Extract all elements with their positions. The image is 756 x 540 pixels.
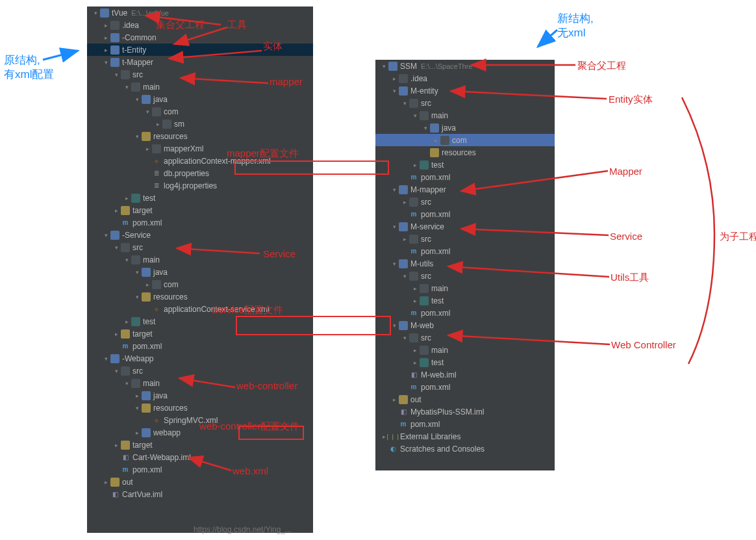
- chevron-down-icon[interactable]: [390, 224, 399, 230]
- tree-row[interactable]: mpom.xml: [375, 245, 555, 257]
- chevron-down-icon[interactable]: [112, 368, 121, 374]
- chevron-right-icon[interactable]: [410, 285, 420, 292]
- chevron-right-icon[interactable]: [112, 331, 121, 337]
- tree-row[interactable]: main: [375, 282, 555, 294]
- chevron-right-icon[interactable]: [143, 146, 152, 152]
- tree-row[interactable]: main: [87, 377, 313, 389]
- tree-row[interactable]: .idea: [375, 72, 555, 84]
- tree-row[interactable]: webapp: [87, 426, 313, 439]
- tree-row[interactable]: t-Entity: [87, 44, 313, 56]
- chevron-down-icon[interactable]: [122, 257, 131, 263]
- chevron-right-icon[interactable]: [132, 392, 142, 399]
- chevron-right-icon[interactable]: [101, 47, 110, 53]
- tree-row[interactable]: M-utils: [375, 257, 555, 270]
- tree-row[interactable]: ⟐applicationContext-mapper.xml: [87, 155, 313, 167]
- chevron-right-icon[interactable]: [410, 162, 420, 168]
- tree-row[interactable]: t-Mapper: [87, 56, 313, 68]
- project-tree-left[interactable]: tVueE:\...\artVue.idea-Commont-Entityt-M…: [87, 6, 313, 533]
- tree-row[interactable]: com: [87, 278, 313, 290]
- tree-row[interactable]: java: [87, 389, 313, 402]
- chevron-right-icon[interactable]: [390, 396, 399, 403]
- tree-row[interactable]: src: [375, 331, 555, 344]
- tree-row[interactable]: ⟐SpringMVC.xml: [87, 414, 313, 426]
- tree-row[interactable]: tVueE:\...\artVue: [87, 6, 313, 19]
- chevron-down-icon[interactable]: [400, 273, 409, 279]
- tree-row[interactable]: src: [87, 365, 313, 377]
- chevron-right-icon[interactable]: [101, 479, 110, 485]
- tree-row[interactable]: resources: [87, 130, 313, 142]
- chevron-down-icon[interactable]: [112, 244, 121, 251]
- tree-row[interactable]: mpom.xml: [375, 171, 555, 183]
- tree-row[interactable]: src: [87, 241, 313, 253]
- chevron-down-icon[interactable]: [101, 355, 110, 362]
- tree-row[interactable]: mpom.xml: [87, 340, 313, 352]
- tree-row[interactable]: ≣log4j.properties: [87, 179, 313, 192]
- chevron-right-icon[interactable]: [410, 359, 420, 366]
- tree-row[interactable]: out: [375, 393, 555, 405]
- tree-row[interactable]: M-service: [375, 220, 555, 233]
- tree-row[interactable]: resources: [87, 290, 313, 303]
- tree-row[interactable]: M-mapper: [375, 183, 555, 196]
- tree-row[interactable]: -Common: [87, 31, 313, 44]
- chevron-right-icon[interactable]: [400, 199, 409, 205]
- chevron-down-icon[interactable]: [91, 10, 100, 16]
- tree-row[interactable]: mpom.xml: [87, 216, 313, 229]
- chevron-down-icon[interactable]: [122, 380, 131, 387]
- chevron-down-icon[interactable]: [122, 84, 131, 90]
- chevron-down-icon[interactable]: [400, 100, 409, 107]
- tree-row[interactable]: src: [375, 97, 555, 109]
- tree-row[interactable]: com: [375, 134, 555, 146]
- tree-row[interactable]: com: [87, 105, 313, 118]
- tree-row[interactable]: resources: [375, 146, 555, 159]
- chevron-right-icon[interactable]: [112, 207, 121, 214]
- tree-row[interactable]: test: [375, 159, 555, 171]
- chevron-down-icon[interactable]: [132, 269, 142, 276]
- chevron-down-icon[interactable]: [421, 125, 430, 131]
- tree-row[interactable]: ◧MybatisPlus-SSM.iml: [375, 405, 555, 418]
- tree-row[interactable]: src: [375, 196, 555, 208]
- tree-row[interactable]: Scratches and Consoles: [375, 443, 555, 455]
- tree-row[interactable]: mpom.xml: [375, 381, 555, 393]
- tree-row[interactable]: out: [87, 476, 313, 488]
- chevron-right-icon[interactable]: [153, 121, 162, 127]
- chevron-down-icon[interactable]: [132, 96, 142, 103]
- tree-row[interactable]: SSME:\...\SpaceThre: [375, 60, 555, 72]
- chevron-right-icon[interactable]: [431, 137, 440, 144]
- tree-row[interactable]: ≣db.properties: [87, 167, 313, 179]
- chevron-down-icon[interactable]: [390, 88, 399, 94]
- tree-row[interactable]: External Libraries: [375, 430, 555, 443]
- tree-row[interactable]: test: [87, 315, 313, 328]
- tree-row[interactable]: main: [87, 81, 313, 93]
- tree-row[interactable]: mpom.xml: [375, 307, 555, 319]
- chevron-right-icon[interactable]: [122, 318, 131, 325]
- chevron-right-icon[interactable]: [143, 281, 152, 288]
- tree-row[interactable]: M-entity: [375, 84, 555, 97]
- tree-row[interactable]: main: [87, 253, 313, 266]
- tree-row[interactable]: sm: [87, 118, 313, 130]
- tree-row[interactable]: target: [87, 439, 313, 451]
- tree-row[interactable]: target: [87, 328, 313, 340]
- tree-row[interactable]: java: [87, 93, 313, 105]
- tree-row[interactable]: ◧CartVue.iml: [87, 488, 313, 500]
- tree-row[interactable]: -Service: [87, 229, 313, 241]
- chevron-right-icon[interactable]: [101, 34, 110, 41]
- tree-row[interactable]: ◧M-web.iml: [375, 368, 555, 381]
- project-tree-right[interactable]: SSME:\...\SpaceThre.ideaM-entitysrcmainj…: [375, 60, 555, 470]
- chevron-down-icon[interactable]: [390, 322, 399, 329]
- tree-row[interactable]: resources: [87, 402, 313, 414]
- chevron-down-icon[interactable]: [410, 112, 420, 119]
- chevron-down-icon[interactable]: [143, 109, 152, 115]
- tree-row[interactable]: test: [87, 192, 313, 204]
- tree-row[interactable]: mpom.xml: [375, 208, 555, 220]
- tree-row[interactable]: mapperXml: [87, 142, 313, 155]
- tree-row[interactable]: test: [375, 294, 555, 307]
- chevron-right-icon[interactable]: [101, 22, 110, 29]
- tree-row[interactable]: main: [375, 344, 555, 356]
- tree-row[interactable]: target: [87, 204, 313, 216]
- chevron-right-icon[interactable]: [400, 236, 409, 242]
- chevron-right-icon[interactable]: [410, 298, 420, 304]
- chevron-right-icon[interactable]: [122, 195, 131, 201]
- tree-row[interactable]: -Webapp: [87, 352, 313, 365]
- tree-row[interactable]: ⟐applicationContext-service.xml: [87, 303, 313, 315]
- chevron-down-icon[interactable]: [101, 232, 110, 238]
